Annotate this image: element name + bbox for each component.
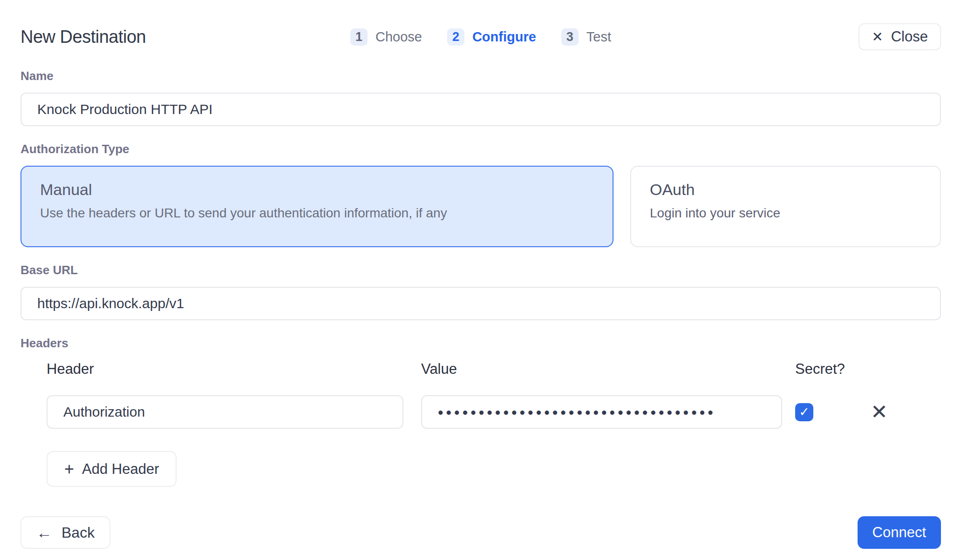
- step-choose-badge: 1: [350, 28, 368, 46]
- column-header-secret: Secret?: [795, 361, 865, 378]
- header-value-input[interactable]: [421, 395, 782, 429]
- step-test-badge: 3: [561, 28, 579, 46]
- step-configure-label: Configure: [472, 29, 536, 45]
- back-button-label: Back: [61, 524, 95, 541]
- secret-checkbox[interactable]: ✓: [795, 403, 813, 421]
- base-url-input[interactable]: [20, 287, 941, 320]
- step-indicator: 1 Choose 2 Configure 3 Test: [350, 28, 611, 46]
- column-header-value: Value: [421, 361, 782, 378]
- step-choose-label: Choose: [375, 29, 422, 45]
- checkmark-icon: ✓: [799, 406, 810, 418]
- close-icon: ✕: [872, 30, 883, 44]
- column-header-header: Header: [47, 361, 403, 378]
- auth-option-oauth-description: Login into your service: [650, 206, 921, 221]
- authorization-type-options: Manual Use the headers or URL to send yo…: [20, 166, 941, 247]
- headers-label: Headers: [20, 336, 941, 351]
- auth-option-oauth[interactable]: OAuth Login into your service: [630, 166, 941, 247]
- connect-button[interactable]: Connect: [858, 516, 941, 549]
- headers-table: Header Value Secret? ✓ ✕ + Add Header: [47, 360, 941, 487]
- back-arrow-icon: ←: [36, 525, 52, 540]
- step-test-label: Test: [586, 29, 611, 45]
- new-destination-dialog: New Destination 1 Choose 2 Configure 3 T…: [0, 0, 954, 560]
- name-label: Name: [20, 69, 941, 83]
- close-button-label: Close: [891, 28, 928, 45]
- step-test[interactable]: 3 Test: [561, 28, 611, 46]
- dialog-footer: ← Back Connect: [20, 516, 941, 549]
- header-row: ✓ ✕: [47, 395, 941, 429]
- header-name-input[interactable]: [47, 395, 403, 429]
- page-title: New Destination: [20, 27, 146, 47]
- step-configure[interactable]: 2 Configure: [447, 28, 536, 46]
- auth-option-oauth-title: OAuth: [650, 181, 921, 199]
- base-url-label: Base URL: [20, 263, 941, 277]
- add-header-button-label: Add Header: [82, 461, 159, 478]
- headers-column-row: Header Value Secret?: [47, 361, 941, 378]
- auth-option-manual-description: Use the headers or URL to send your auth…: [40, 206, 594, 221]
- add-header-button[interactable]: + Add Header: [47, 451, 177, 487]
- auth-option-manual-title: Manual: [40, 181, 594, 199]
- back-button[interactable]: ← Back: [20, 516, 110, 549]
- remove-header-button[interactable]: ✕: [871, 402, 888, 422]
- close-button[interactable]: ✕ Close: [859, 23, 941, 50]
- auth-option-manual[interactable]: Manual Use the headers or URL to send yo…: [20, 166, 613, 247]
- name-input[interactable]: [20, 93, 941, 126]
- authorization-type-label: Authorization Type: [20, 142, 941, 156]
- secret-cell: ✓: [795, 403, 865, 421]
- step-choose[interactable]: 1 Choose: [350, 28, 422, 46]
- delete-x-icon: ✕: [871, 400, 888, 423]
- step-configure-badge: 2: [447, 28, 464, 46]
- plus-icon: +: [64, 461, 74, 478]
- dialog-header: New Destination 1 Choose 2 Configure 3 T…: [20, 20, 941, 53]
